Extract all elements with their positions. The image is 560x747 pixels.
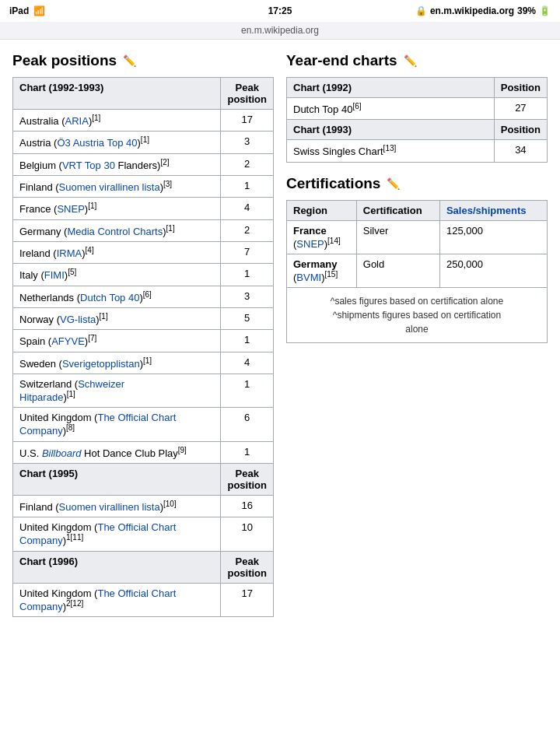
uk-chart-link-1[interactable]: The Official ChartCompany — [19, 412, 176, 437]
table-row: Finland (Suomen virallinen lista)[3] 1 — [13, 175, 274, 197]
peak-positions-edit-icon[interactable]: ✏️ — [123, 54, 136, 67]
table-row: United Kingdom (The Official ChartCompan… — [13, 517, 274, 551]
table-row: Ireland (IRMA)[4] 7 — [13, 241, 274, 263]
table-row: United Kingdom (The Official ChartCompan… — [13, 408, 274, 441]
peak-value: 16 — [221, 495, 274, 517]
snep-cert-link[interactable]: SNEP — [296, 238, 324, 250]
peak-value: 1 — [221, 264, 274, 286]
region-header: Region — [287, 200, 357, 220]
cert-level-germany: Gold — [356, 254, 439, 287]
peak-positions-section: Peak positions ✏️ Chart (1992-1993) Peak… — [12, 52, 274, 617]
chart-name: Norway (VG-lista)[1] — [13, 307, 221, 329]
peak-value: 1 — [221, 374, 274, 407]
chart-name: France (SNEP)[1] — [13, 198, 221, 219]
peak-value: 1 — [221, 175, 274, 197]
peak-value: 6 — [221, 408, 274, 441]
chart-name: Sweden (Sverigetopplistan)[1] — [13, 352, 221, 374]
right-section: Year-end charts ✏️ Chart (1992) Position… — [286, 52, 548, 343]
chart-name: U.S. Billboard Hot Dance Club Play[9] — [13, 441, 221, 463]
lock-icon: 🔒 — [415, 5, 427, 16]
cert-note-2: ^shipments figures based on certificatio… — [333, 310, 501, 335]
status-bar: iPad 📶 17:25 🔒 en.m.wikipedia.org 39% 🔋 — [0, 0, 560, 22]
uk-chart-link-95[interactable]: The Official ChartCompany — [19, 521, 176, 546]
peak-positions-heading: Peak positions — [12, 52, 117, 69]
cert-level-france: Silver — [356, 220, 439, 254]
peak-value: 1 — [221, 441, 274, 463]
table-row: Switzerland (SchweizerHitparade)[1] 1 — [13, 374, 274, 407]
vrt-link[interactable]: VRT Top 30 — [62, 160, 115, 171]
url-display: en.m.wikipedia.org — [430, 5, 514, 16]
table-section-header-1992: Chart (1992-1993) Peakposition — [13, 78, 274, 110]
chart-name: Ireland (IRMA)[4] — [13, 241, 221, 263]
certifications-edit-icon[interactable]: ✏️ — [387, 177, 400, 190]
chart-name: Netherlands (Dutch Top 40)[6] — [13, 286, 221, 307]
cert-note-1: ^sales figures based on certification al… — [331, 296, 503, 307]
wifi-icon: 📶 — [33, 5, 45, 16]
chart-name: United Kingdom (The Official ChartCompan… — [13, 408, 221, 441]
table-row: Norway (VG-lista)[1] 5 — [13, 307, 274, 329]
table-row: Netherlands (Dutch Top 40)[6] 3 — [13, 286, 274, 307]
certification-header: Certification — [356, 200, 439, 220]
table-row: Belgium (VRT Top 30 Flanders)[2] 2 — [13, 153, 274, 175]
url-text: en.m.wikipedia.org — [241, 25, 319, 36]
chart-name: United Kingdom (The Official ChartCompan… — [13, 517, 221, 551]
chart-period-label: Chart (1996) — [13, 551, 221, 583]
peak-value: 5 — [221, 307, 274, 329]
chart-period-label: Chart (1995) — [13, 463, 221, 495]
table-row: Germany (Media Control Charts)[1] 2 — [13, 219, 274, 241]
table-row: Australia (ARIA)[1] 17 — [13, 110, 274, 132]
device-label: iPad — [9, 5, 29, 16]
aria-link[interactable]: ARIA — [65, 115, 89, 127]
sverigetopplistan-link[interactable]: Sverigetopplistan — [62, 358, 140, 370]
suomen-link-95[interactable]: Suomen virallinen lista — [59, 501, 160, 513]
table-row: Finland (Suomen virallinen lista)[10] 16 — [13, 495, 274, 517]
time-display: 17:25 — [268, 5, 292, 16]
certifications-section: Certifications ✏️ Region Certification S… — [286, 175, 548, 344]
year-end-table: Chart (1992) Position Dutch Top 40[6] 27… — [286, 77, 548, 163]
peak-value: 3 — [221, 132, 274, 153]
o3-link[interactable]: Ö3 Austria Top 40 — [57, 138, 137, 149]
snep-link[interactable]: SNEP — [57, 204, 84, 216]
fimi-link[interactable]: FIMI — [44, 270, 65, 282]
certifications-table: Region Certification Sales/shipments Fra… — [286, 200, 548, 289]
battery-icon: 🔋 — [539, 5, 551, 16]
afyve-link[interactable]: AFYVE — [51, 336, 85, 348]
dutch-top-40-link[interactable]: Dutch Top 40 — [80, 292, 139, 303]
peak-value: 2 — [221, 219, 274, 241]
irma-link[interactable]: IRMA — [57, 247, 82, 259]
table-section-header-1995: Chart (1995) Peakposition — [13, 463, 274, 495]
cert-region-germany: Germany (BVMI)[15] — [287, 254, 357, 287]
cert-row-germany: Germany (BVMI)[15] Gold 250,000 — [287, 254, 548, 287]
peak-positions-table: Chart (1992-1993) Peakposition Australia… — [12, 77, 274, 617]
page-content: Peak positions ✏️ Chart (1992-1993) Peak… — [0, 40, 560, 636]
yearend-position-value: 34 — [494, 140, 547, 162]
peak-position-header: Peakposition — [221, 463, 274, 495]
vg-lista-link[interactable]: VG-lista — [60, 314, 96, 325]
table-row: U.S. Billboard Hot Dance Club Play[9] 1 — [13, 441, 274, 463]
url-bar: en.m.wikipedia.org — [0, 22, 560, 40]
certifications-heading: Certifications — [286, 175, 380, 192]
year-end-heading: Year-end charts — [286, 52, 397, 69]
bvmi-cert-link[interactable]: BVMI — [296, 272, 321, 283]
peak-value: 4 — [221, 198, 274, 219]
year-end-edit-icon[interactable]: ✏️ — [404, 54, 417, 67]
cert-notes: ^sales figures based on certification al… — [286, 288, 548, 343]
suomen-link[interactable]: Suomen virallinen lista — [59, 181, 160, 193]
table-row: Sweden (Sverigetopplistan)[1] 4 — [13, 352, 274, 374]
table-section-header-1996: Chart (1996) Peakposition — [13, 551, 274, 583]
uk-chart-link-96[interactable]: The Official ChartCompany — [19, 587, 176, 612]
peak-value: 10 — [221, 517, 274, 551]
table-row: Swiss Singles Chart[13] 34 — [287, 140, 548, 162]
chart-name: Italy (FIMI)[5] — [13, 264, 221, 286]
cert-row-france: France (SNEP)[14] Silver 125,000 — [287, 220, 548, 254]
chart-name: Spain (AFYVE)[7] — [13, 330, 221, 352]
billboard-link[interactable]: Billboard — [42, 447, 82, 459]
peak-position-header: Peakposition — [221, 78, 274, 110]
sales-header: Sales/shipments — [439, 200, 547, 220]
media-control-link[interactable]: Media Control Charts — [67, 226, 163, 237]
yearend-period-label: Chart (1993) — [287, 120, 495, 140]
chart-name: Finland (Suomen virallinen lista)[3] — [13, 175, 221, 197]
chart-period-label: Chart (1992-1993) — [13, 78, 221, 110]
table-row: Italy (FIMI)[5] 1 — [13, 264, 274, 286]
cert-table-header: Region Certification Sales/shipments — [287, 200, 548, 220]
